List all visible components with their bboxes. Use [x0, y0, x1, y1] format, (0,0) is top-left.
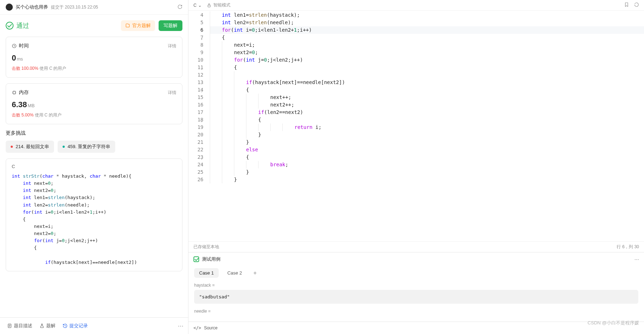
- time-value: 0: [12, 53, 16, 62]
- flask-icon: [39, 323, 44, 328]
- smart-mode-indicator[interactable]: 智能模式: [207, 2, 230, 8]
- code-preview-card: C int strStr(char * haystack, char * nee…: [6, 158, 182, 271]
- svg-rect-3: [208, 5, 210, 7]
- test-check-icon: [193, 256, 199, 262]
- challenge-459[interactable]: 459. 重复的子字符串: [58, 141, 115, 153]
- document-icon: [7, 323, 12, 328]
- memory-detail-link[interactable]: 详情: [168, 90, 176, 96]
- submit-time: 提交于 2023.10.15 22:05: [51, 4, 177, 10]
- test-more-icon[interactable]: ⋯: [634, 257, 639, 262]
- test-title: 测试用例: [202, 256, 632, 262]
- official-solution-button[interactable]: 官方题解: [121, 20, 155, 31]
- tab-solutions[interactable]: 题解: [37, 321, 58, 330]
- memory-value: 6.38: [12, 100, 27, 109]
- param-needle-label: needle =: [194, 309, 638, 314]
- challenge-214[interactable]: 214. 最短回文串: [6, 141, 54, 153]
- submission-header: 买个心动也用券 提交于 2023.10.15 22:05: [0, 0, 188, 15]
- tab-submissions[interactable]: 提交记录: [60, 321, 91, 330]
- right-panel: C ⌄ 智能模式 4567⌄891011⌄121314⌄15161718⌄192…: [188, 0, 644, 334]
- code-preview: int strStr(char * haystack, char * needl…: [12, 173, 176, 266]
- bookmark-icon[interactable]: [624, 2, 629, 8]
- history-icon: [63, 323, 68, 328]
- left-footer-tabs: 题目描述 题解 提交记录 ⋯: [0, 317, 188, 334]
- avatar[interactable]: [6, 4, 13, 11]
- case-tab-1[interactable]: Case 1: [194, 268, 219, 278]
- code-lang-label: C: [12, 164, 176, 169]
- status-text: 通过: [16, 21, 29, 30]
- editor-statusbar: 已存储至本地 行 6，列 30: [188, 241, 644, 252]
- bottom-bar: </> Source: [188, 322, 644, 334]
- lock-icon: [207, 3, 212, 8]
- param-haystack-label: haystack =: [194, 283, 638, 288]
- write-solution-button[interactable]: 写题解: [159, 20, 182, 31]
- source-label[interactable]: Source: [204, 325, 218, 330]
- left-scroll[interactable]: 买个心动也用券 提交于 2023.10.15 22:05 通过 官方题解 写题解: [0, 0, 188, 334]
- memory-beat: 击败 5.00% 使用 C 的用户: [12, 112, 176, 118]
- cursor-position: 行 6，列 30: [617, 244, 639, 250]
- left-panel: 买个心动也用券 提交于 2023.10.15 22:05 通过 官方题解 写题解: [0, 0, 188, 334]
- language-selector[interactable]: C ⌄: [193, 3, 202, 8]
- param-haystack-value[interactable]: "sadbutsad": [194, 290, 638, 304]
- reset-icon[interactable]: [634, 2, 639, 8]
- check-icon: [6, 22, 14, 30]
- time-card: 时间 详情 0ms 击败 100.00% 使用 C 的用户: [6, 37, 182, 78]
- editor-toolbar: C ⌄ 智能模式: [188, 0, 644, 11]
- chevron-down-icon: ⌄: [198, 3, 202, 8]
- test-section: 测试用例 ⋯ Case 1 Case 2 + haystack = "sadbu…: [188, 252, 644, 322]
- test-header: 测试用例 ⋯: [188, 252, 644, 266]
- memory-title: 内存: [19, 89, 168, 96]
- clock-icon: [12, 43, 17, 48]
- svg-rect-1: [13, 92, 16, 94]
- status-badge: 通过: [6, 21, 121, 30]
- code-lines[interactable]: int len1=strlen(haystack);int len2=strle…: [210, 11, 644, 241]
- difficulty-dot-easy: [63, 146, 65, 148]
- chip-icon: [12, 90, 17, 95]
- tab-description[interactable]: 题目描述: [4, 321, 35, 330]
- code-editor[interactable]: 4567⌄891011⌄121314⌄15161718⌄1920212223⌄2…: [188, 11, 644, 241]
- footer-more-icon[interactable]: ⋯: [178, 323, 184, 329]
- status-row: 通过 官方题解 写题解: [0, 15, 188, 37]
- case-tab-2[interactable]: Case 2: [222, 268, 247, 278]
- add-case-button[interactable]: +: [250, 268, 259, 278]
- line-gutter: 4567⌄891011⌄121314⌄15161718⌄1920212223⌄2…: [188, 11, 210, 241]
- difficulty-dot-hard: [11, 146, 13, 148]
- time-beat: 击败 100.00% 使用 C 的用户: [12, 66, 176, 72]
- time-title: 时间: [19, 43, 168, 49]
- memory-card: 内存 详情 6.38MB 击败 5.00% 使用 C 的用户: [6, 83, 182, 124]
- more-challenges-title: 更多挑战: [0, 130, 188, 141]
- refresh-icon[interactable]: [177, 4, 182, 10]
- challenges-row: 214. 最短回文串 459. 重复的子字符串: [0, 141, 188, 158]
- code-icon: </>: [193, 325, 201, 330]
- case-tabs: Case 1 Case 2 +: [194, 268, 638, 278]
- save-status: 已存储至本地: [193, 244, 219, 250]
- time-detail-link[interactable]: 详情: [168, 43, 176, 49]
- username[interactable]: 买个心动也用券: [16, 4, 48, 10]
